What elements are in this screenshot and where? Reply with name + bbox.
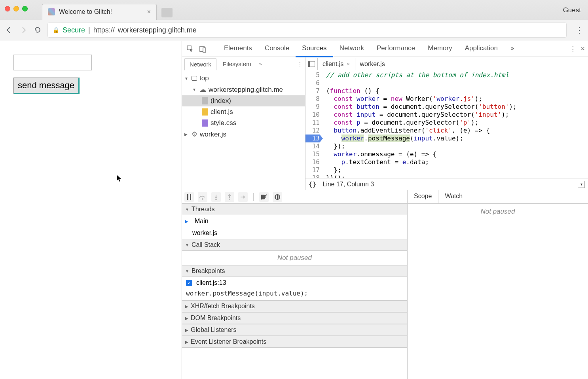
close-window-icon[interactable] bbox=[5, 6, 10, 11]
xhr-breakpoints-header[interactable]: ▶ XHR/fetch Breakpoints bbox=[182, 300, 407, 312]
device-toolbar-icon[interactable] bbox=[198, 44, 208, 54]
editor-tab-workerjs[interactable]: worker.js bbox=[355, 58, 390, 70]
breakpoint-code: worker.postMessage(input.value); bbox=[182, 289, 407, 300]
svg-point-11 bbox=[275, 194, 280, 200]
more-nav-icon[interactable]: » bbox=[259, 61, 262, 67]
browser-menu-icon[interactable]: ⋮ bbox=[575, 25, 583, 35]
tab-memory[interactable]: Memory bbox=[421, 40, 458, 57]
debugger-pane: ▼ Threads Main worker.js ▼ Call Stack No… bbox=[182, 190, 588, 379]
pretty-print-icon[interactable]: {} bbox=[309, 180, 316, 188]
devtools-menu-icon[interactable]: ⋮ bbox=[569, 45, 577, 53]
lock-icon: 🔒 bbox=[53, 27, 59, 33]
more-tabs-icon[interactable]: » bbox=[504, 40, 520, 57]
tree-domain[interactable]: ▼ ☁ workerstepping.glitch.me bbox=[182, 84, 305, 95]
tab-scope[interactable]: Scope bbox=[408, 190, 438, 203]
scope-not-paused: Not paused bbox=[481, 208, 515, 216]
event-listener-breakpoints-header[interactable]: ▶ Event Listener Breakpoints bbox=[182, 336, 407, 348]
breakpoints-header[interactable]: ▼ Breakpoints bbox=[182, 265, 407, 277]
browser-chrome: Welcome to Glitch! × Guest 🔒 Secure | ht… bbox=[0, 0, 588, 41]
section-label: Threads bbox=[192, 206, 215, 213]
caret-right-icon: ▶ bbox=[184, 132, 189, 136]
editor-tab-clientjs[interactable]: client.js × bbox=[317, 58, 355, 70]
close-tab-icon[interactable]: × bbox=[347, 61, 350, 67]
step-button bbox=[238, 192, 248, 202]
message-input[interactable] bbox=[13, 55, 92, 70]
tree-file-index[interactable]: (index) bbox=[182, 95, 305, 106]
cloud-icon: ☁ bbox=[199, 85, 206, 94]
navigator-tabs: Network Filesystem » ⋮ bbox=[182, 57, 305, 71]
caret-right-icon: ▶ bbox=[185, 316, 188, 320]
svg-rect-13 bbox=[278, 195, 279, 199]
tab-close-icon[interactable]: × bbox=[147, 8, 151, 15]
send-message-button[interactable]: send message bbox=[13, 78, 80, 94]
svg-point-9 bbox=[229, 199, 230, 200]
breakpoint-checkbox[interactable]: ✓ bbox=[186, 280, 192, 286]
cursor-icon bbox=[117, 175, 122, 182]
browser-tab[interactable]: Welcome to Glitch! × bbox=[42, 4, 157, 20]
tree-top[interactable]: ▼ top bbox=[182, 73, 305, 84]
tab-application[interactable]: Application bbox=[459, 40, 504, 57]
section-label: Call Stack bbox=[192, 241, 220, 248]
line-gutter[interactable]: 56789101112131415161718 bbox=[305, 71, 322, 178]
frame-icon bbox=[192, 76, 197, 81]
tab-sources[interactable]: Sources bbox=[296, 40, 333, 57]
global-listeners-header[interactable]: ▶ Global Listeners bbox=[182, 324, 407, 336]
thread-label: worker.js bbox=[192, 229, 217, 237]
section-label: Breakpoints bbox=[192, 267, 225, 275]
separator bbox=[253, 193, 254, 201]
caret-right-icon: ▶ bbox=[185, 304, 188, 309]
pause-button[interactable] bbox=[184, 192, 194, 202]
devtools-close-icon[interactable]: × bbox=[580, 45, 585, 53]
section-label: Global Listeners bbox=[191, 326, 237, 334]
thread-worker[interactable]: worker.js bbox=[182, 227, 407, 239]
toggle-navigator-icon[interactable] bbox=[305, 61, 317, 67]
tab-network[interactable]: Network bbox=[333, 40, 370, 57]
tab-performance[interactable]: Performance bbox=[370, 40, 421, 57]
tab-watch[interactable]: Watch bbox=[438, 190, 469, 203]
coverage-icon[interactable]: ▾ bbox=[578, 181, 585, 188]
tree-file-stylecss[interactable]: style.css bbox=[182, 117, 305, 129]
inspect-element-icon[interactable] bbox=[185, 44, 195, 54]
thread-main[interactable]: Main bbox=[182, 215, 407, 227]
stepper-toolbar bbox=[182, 190, 407, 204]
tree-label: workerstepping.glitch.me bbox=[209, 86, 283, 94]
tree-file-clientjs[interactable]: client.js bbox=[182, 106, 305, 117]
js-file-icon bbox=[202, 108, 208, 116]
scope-body: Not paused bbox=[408, 204, 588, 379]
profile-label[interactable]: Guest bbox=[563, 6, 581, 14]
tab-elements[interactable]: Elements bbox=[218, 40, 258, 57]
address-bar[interactable]: 🔒 Secure | https://workerstepping.glitch… bbox=[47, 23, 567, 38]
deactivate-breakpoints-button[interactable] bbox=[259, 192, 269, 202]
reload-button[interactable] bbox=[33, 26, 42, 34]
navigator-pane: Network Filesystem » ⋮ ▼ top ▼ ☁ bbox=[182, 57, 305, 190]
dom-breakpoints-header[interactable]: ▶ DOM Breakpoints bbox=[182, 312, 407, 324]
url-protocol: https:// bbox=[93, 26, 115, 34]
back-button[interactable] bbox=[5, 26, 13, 34]
callstack-header[interactable]: ▼ Call Stack bbox=[182, 239, 407, 251]
pause-on-exceptions-button[interactable] bbox=[273, 192, 282, 202]
editor-pane: client.js × worker.js 567891011121314151… bbox=[305, 57, 588, 190]
tab-console[interactable]: Console bbox=[258, 40, 296, 57]
minimize-window-icon[interactable] bbox=[13, 6, 19, 11]
editor-tab-label: worker.js bbox=[360, 61, 385, 68]
forward-button bbox=[19, 26, 28, 34]
navigator-tab-filesystem[interactable]: Filesystem bbox=[218, 58, 256, 70]
gear-icon: ⚙ bbox=[192, 130, 197, 138]
code-content[interactable]: // add other scripts at the bottom of in… bbox=[322, 71, 588, 178]
tree-label: top bbox=[199, 74, 209, 82]
svg-rect-5 bbox=[187, 194, 188, 200]
maximize-window-icon[interactable] bbox=[22, 6, 28, 11]
cursor-position: Line 17, Column 3 bbox=[322, 181, 374, 188]
page-viewport: send message bbox=[0, 41, 182, 379]
breakpoint-item[interactable]: ✓ client.js:13 bbox=[182, 277, 407, 289]
favicon-icon bbox=[48, 8, 55, 15]
tree-worker[interactable]: ▶ ⚙ worker.js bbox=[182, 129, 305, 140]
devtools-tabs: Elements Console Sources Network Perform… bbox=[218, 40, 567, 57]
code-editor[interactable]: 56789101112131415161718 // add other scr… bbox=[305, 71, 588, 178]
window-controls bbox=[5, 6, 28, 11]
navigator-tab-network[interactable]: Network bbox=[184, 58, 216, 70]
new-tab-button[interactable] bbox=[161, 8, 173, 17]
svg-point-7 bbox=[202, 198, 203, 200]
threads-header[interactable]: ▼ Threads bbox=[182, 204, 407, 215]
navigator-menu-icon[interactable]: ⋮ bbox=[297, 61, 303, 67]
